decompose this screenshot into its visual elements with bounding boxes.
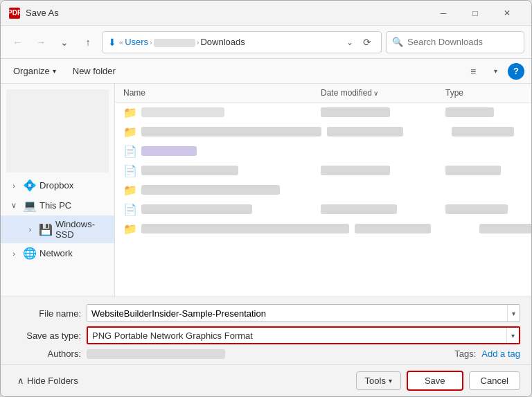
back-button[interactable]: ← bbox=[8, 33, 27, 52]
authors-label: Authors: bbox=[12, 349, 81, 359]
cancel-label: Cancel bbox=[481, 376, 508, 386]
file-name-dropdown-arrow[interactable]: ▾ bbox=[507, 305, 520, 321]
expand-icon: › bbox=[26, 225, 35, 233]
sidebar-item-network[interactable]: › 🌐 Network bbox=[1, 243, 114, 263]
file-name-input[interactable] bbox=[87, 307, 507, 320]
organize-label: Organize bbox=[13, 66, 50, 76]
view-icon: ≡ bbox=[470, 66, 476, 77]
sort-indicator: ∨ bbox=[373, 89, 378, 97]
authors-value-placeholder bbox=[87, 349, 225, 359]
table-row[interactable]: 📄 bbox=[115, 161, 531, 180]
search-input[interactable] bbox=[407, 37, 511, 47]
window-controls: ─ □ ✕ bbox=[427, 1, 523, 26]
file-icon: 📄 bbox=[123, 164, 137, 177]
file-type-bar bbox=[445, 107, 494, 117]
minimize-button[interactable]: ─ bbox=[427, 1, 459, 26]
file-type-bar bbox=[479, 224, 531, 233]
cancel-button[interactable]: Cancel bbox=[469, 371, 520, 390]
file-name-bar bbox=[141, 166, 238, 175]
file-name-bar bbox=[141, 146, 197, 156]
recent-locations-button[interactable]: ⌄ bbox=[55, 33, 74, 52]
file-name-cell: 📁 bbox=[121, 221, 352, 237]
file-date-cell bbox=[318, 203, 443, 215]
file-name-bar bbox=[141, 185, 280, 195]
table-row[interactable]: 📁 bbox=[115, 180, 531, 200]
file-date-bar bbox=[327, 127, 403, 136]
close-button[interactable]: ✕ bbox=[491, 1, 523, 26]
table-row[interactable]: 📁 bbox=[115, 219, 531, 238]
up-button[interactable]: ↑ bbox=[78, 33, 98, 52]
footer: ∧ Hide Folders Tools ▾ Save Cancel bbox=[1, 364, 531, 396]
file-list-header: Name Date modified ∨ Type bbox=[115, 84, 531, 103]
help-icon: ? bbox=[513, 66, 519, 76]
folder-icon: 📁 bbox=[123, 222, 137, 236]
view-dropdown-button[interactable]: ▾ bbox=[486, 62, 505, 81]
save-as-type-input[interactable] bbox=[88, 329, 506, 342]
sidebar-item-windows-ssd[interactable]: › 💾 Windows-SSD bbox=[1, 215, 114, 243]
dropbox-icon: 💠 bbox=[23, 179, 35, 192]
sidebar-item-label: Network bbox=[39, 248, 73, 258]
windows-ssd-icon: 💾 bbox=[39, 223, 51, 236]
sidebar-item-label: Windows-SSD bbox=[55, 219, 109, 240]
bottom-form-area: File name: ▾ Save as type: ▾ Authors: Ta… bbox=[1, 297, 531, 364]
file-date-cell bbox=[352, 222, 477, 235]
hide-folders-icon: ∧ bbox=[17, 376, 24, 386]
file-type-cell bbox=[443, 164, 526, 177]
refresh-button[interactable]: ⟳ bbox=[359, 35, 375, 49]
save-as-type-label: Save as type: bbox=[12, 330, 81, 341]
file-name-bar bbox=[141, 127, 321, 136]
file-type-bar bbox=[452, 127, 514, 136]
sidebar-item-dropbox[interactable]: › 💠 Dropbox bbox=[1, 175, 114, 195]
address-dropdown-button[interactable]: ⌄ bbox=[344, 36, 356, 48]
table-row[interactable]: 📁 bbox=[115, 122, 531, 141]
sidebar-item-this-pc[interactable]: ∨ 💻 This PC bbox=[1, 195, 114, 215]
file-name-input-container[interactable]: ▾ bbox=[87, 304, 520, 322]
file-type-bar bbox=[445, 204, 508, 214]
file-type-cell bbox=[443, 150, 526, 152]
sidebar-favorites-placeholder bbox=[6, 89, 109, 173]
view-dropdown-icon: ▾ bbox=[494, 67, 497, 75]
table-row[interactable]: 📄 bbox=[115, 141, 531, 161]
breadcrumb-user[interactable] bbox=[154, 37, 195, 47]
file-date-cell bbox=[318, 106, 443, 118]
toolbar: Organize ▾ New folder ≡ ▾ ? bbox=[1, 59, 531, 84]
help-button[interactable]: ? bbox=[508, 63, 524, 80]
expand-icon: ∨ bbox=[9, 201, 19, 210]
hide-folders-label: Hide Folders bbox=[27, 376, 78, 386]
forward-button[interactable]: → bbox=[31, 33, 51, 52]
file-date-bar bbox=[321, 166, 390, 175]
new-folder-button[interactable]: New folder bbox=[67, 64, 121, 78]
type-column-header[interactable]: Type bbox=[443, 87, 526, 99]
table-row[interactable]: 📄 bbox=[115, 200, 531, 219]
file-name-cell: 📁 bbox=[121, 105, 318, 121]
file-name-label: File name: bbox=[12, 308, 81, 319]
expand-icon: › bbox=[9, 249, 19, 258]
breadcrumb-users[interactable]: Users bbox=[125, 37, 148, 47]
this-pc-icon: 💻 bbox=[23, 199, 35, 212]
folder-icon: 📁 bbox=[123, 184, 137, 197]
tags-label: Tags: bbox=[454, 349, 476, 359]
table-row[interactable]: 📁 bbox=[115, 103, 531, 122]
save-button[interactable]: Save bbox=[407, 371, 463, 391]
expand-icon: › bbox=[9, 182, 19, 190]
hide-folders-button[interactable]: ∧ Hide Folders bbox=[12, 373, 84, 389]
tools-dropdown-icon: ▾ bbox=[389, 377, 392, 385]
view-options-button[interactable]: ≡ bbox=[463, 62, 483, 81]
maximize-button[interactable]: □ bbox=[459, 1, 491, 26]
address-box[interactable]: ⬇ « Users › › Downloads ⌄ ⟳ bbox=[102, 31, 382, 53]
save-as-type-dropdown-arrow[interactable]: ▾ bbox=[506, 328, 519, 343]
sidebar-item-label: This PC bbox=[39, 200, 71, 211]
add-tag-link[interactable]: Add a tag bbox=[481, 349, 520, 359]
download-icon: ⬇ bbox=[108, 37, 116, 48]
file-type-cell bbox=[443, 203, 526, 215]
date-column-header[interactable]: Date modified ∨ bbox=[318, 87, 443, 99]
search-box[interactable]: 🔍 bbox=[386, 31, 524, 53]
name-column-header[interactable]: Name bbox=[121, 87, 318, 99]
organize-button[interactable]: Organize ▾ bbox=[8, 64, 62, 78]
tools-button[interactable]: Tools ▾ bbox=[356, 371, 401, 390]
folder-icon: 📁 bbox=[123, 125, 137, 139]
file-date-bar bbox=[321, 204, 397, 214]
search-icon: 🔍 bbox=[392, 37, 403, 47]
save-as-type-container[interactable]: ▾ bbox=[87, 326, 520, 344]
file-name-bar bbox=[141, 107, 224, 117]
